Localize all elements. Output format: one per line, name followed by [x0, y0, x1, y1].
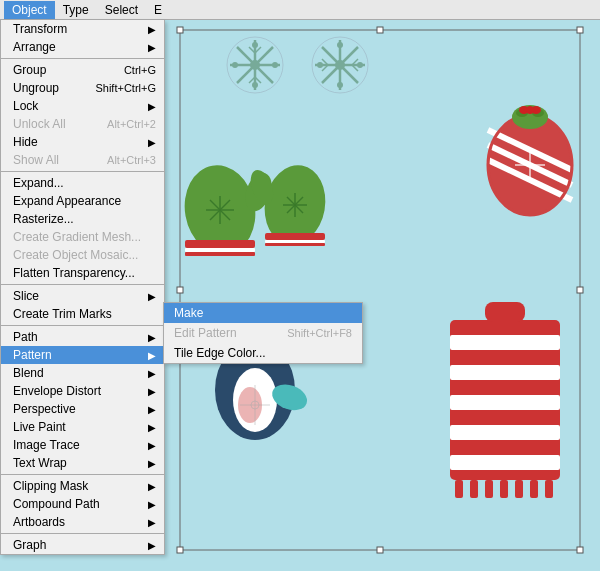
svg-point-29	[337, 42, 343, 48]
svg-rect-92	[485, 302, 525, 322]
menu-item-rasterize[interactable]: Rasterize...	[1, 210, 164, 228]
svg-point-76	[526, 106, 534, 114]
menu-item-gradient-mesh[interactable]: Create Gradient Mesh...	[1, 228, 164, 246]
menu-item-lock[interactable]: Lock ▶	[1, 97, 164, 115]
svg-rect-90	[530, 480, 538, 498]
menu-item-blend[interactable]: Blend ▶	[1, 364, 164, 382]
svg-rect-81	[450, 365, 560, 380]
arrow-icon: ▶	[148, 517, 156, 528]
separator-6	[1, 533, 164, 534]
menu-item-text-wrap[interactable]: Text Wrap ▶	[1, 454, 164, 472]
svg-rect-89	[515, 480, 523, 498]
menu-item-unlock-all[interactable]: Unlock All Alt+Ctrl+2	[1, 115, 164, 133]
svg-rect-5	[577, 287, 583, 293]
svg-point-16	[252, 82, 258, 88]
svg-rect-82	[450, 395, 560, 410]
menu-select[interactable]: Select	[97, 1, 146, 19]
menu-item-clipping-mask[interactable]: Clipping Mask ▶	[1, 477, 164, 495]
menu-item-artboards[interactable]: Artboards ▶	[1, 513, 164, 531]
svg-rect-41	[185, 252, 255, 256]
menu-item-create-trim[interactable]: Create Trim Marks	[1, 305, 164, 323]
submenu-item-edit-pattern[interactable]: Edit Pattern Shift+Ctrl+F8	[164, 323, 362, 343]
menu-type[interactable]: Type	[55, 1, 97, 19]
arrow-icon: ▶	[148, 404, 156, 415]
menu-item-flatten[interactable]: Flatten Transparency...	[1, 264, 164, 282]
arrow-icon: ▶	[148, 422, 156, 433]
svg-point-18	[272, 62, 278, 68]
canvas-svg	[165, 20, 600, 571]
svg-rect-7	[377, 547, 383, 553]
separator-5	[1, 474, 164, 475]
svg-point-17	[232, 62, 238, 68]
arrow-icon: ▶	[148, 332, 156, 343]
menu-item-expand[interactable]: Expand...	[1, 174, 164, 192]
menu-item-object-mosaic[interactable]: Create Object Mosaic...	[1, 246, 164, 264]
menu-item-path[interactable]: Path ▶	[1, 328, 164, 346]
menu-item-arrange[interactable]: Arrange ▶	[1, 38, 164, 56]
menu-item-compound-path[interactable]: Compound Path ▶	[1, 495, 164, 513]
submenu-item-tile-edge[interactable]: Tile Edge Color...	[164, 343, 362, 363]
menu-item-slice[interactable]: Slice ▶	[1, 287, 164, 305]
arrow-icon: ▶	[148, 291, 156, 302]
menu-bar: Object Type Select E	[0, 0, 600, 20]
svg-rect-85	[455, 480, 463, 498]
arrow-icon: ▶	[148, 540, 156, 551]
arrow-icon: ▶	[148, 499, 156, 510]
arrow-icon: ▶	[148, 458, 156, 469]
svg-point-31	[317, 62, 323, 68]
menu-item-pattern[interactable]: Pattern ▶	[1, 346, 164, 364]
svg-rect-80	[450, 335, 560, 350]
svg-point-28	[335, 60, 345, 70]
menu-item-perspective[interactable]: Perspective ▶	[1, 400, 164, 418]
arrow-icon: ▶	[148, 101, 156, 112]
menu-item-graph[interactable]: Graph ▶	[1, 536, 164, 554]
svg-rect-40	[185, 248, 255, 252]
canvas-area	[165, 20, 600, 571]
svg-point-30	[337, 82, 343, 88]
menu-item-group[interactable]: Group Ctrl+G	[1, 61, 164, 79]
menu-item-image-trace[interactable]: Image Trace ▶	[1, 436, 164, 454]
svg-rect-6	[177, 547, 183, 553]
object-menu: Transform ▶ Arrange ▶ Group Ctrl+G Ungro…	[0, 20, 165, 555]
menu-item-hide[interactable]: Hide ▶	[1, 133, 164, 151]
menu-item-live-paint[interactable]: Live Paint ▶	[1, 418, 164, 436]
menu-item-envelope[interactable]: Envelope Distort ▶	[1, 382, 164, 400]
menu-item-ungroup[interactable]: Ungroup Shift+Ctrl+G	[1, 79, 164, 97]
svg-point-14	[250, 60, 260, 70]
svg-rect-87	[485, 480, 493, 498]
separator-2	[1, 171, 164, 172]
separator-4	[1, 325, 164, 326]
menu-item-expand-appearance[interactable]: Expand Appearance	[1, 192, 164, 210]
menu-object[interactable]: Object	[4, 1, 55, 19]
svg-rect-88	[500, 480, 508, 498]
svg-rect-2	[377, 27, 383, 33]
submenu-item-make[interactable]: Make	[164, 303, 362, 323]
svg-rect-83	[450, 425, 560, 440]
arrow-icon: ▶	[148, 368, 156, 379]
arrow-icon: ▶	[148, 24, 156, 35]
pattern-submenu: Make Edit Pattern Shift+Ctrl+F8 Tile Edg…	[163, 302, 363, 364]
arrow-icon: ▶	[148, 350, 156, 361]
arrow-icon: ▶	[148, 481, 156, 492]
svg-point-15	[252, 42, 258, 48]
svg-rect-8	[577, 547, 583, 553]
svg-rect-84	[450, 455, 560, 470]
menu-effect[interactable]: E	[146, 1, 170, 19]
svg-point-32	[357, 62, 363, 68]
svg-rect-48	[265, 233, 325, 240]
svg-rect-86	[470, 480, 478, 498]
menu-item-show-all[interactable]: Show All Alt+Ctrl+3	[1, 151, 164, 169]
arrow-icon: ▶	[148, 42, 156, 53]
menu-item-transform[interactable]: Transform ▶	[1, 20, 164, 38]
svg-rect-4	[177, 287, 183, 293]
svg-rect-3	[577, 27, 583, 33]
separator-1	[1, 58, 164, 59]
svg-rect-91	[545, 480, 553, 498]
arrow-icon: ▶	[148, 386, 156, 397]
svg-rect-39	[185, 240, 255, 248]
svg-rect-49	[265, 240, 325, 243]
separator-3	[1, 284, 164, 285]
svg-rect-1	[177, 27, 183, 33]
svg-rect-50	[265, 243, 325, 246]
svg-rect-93	[500, 320, 510, 335]
